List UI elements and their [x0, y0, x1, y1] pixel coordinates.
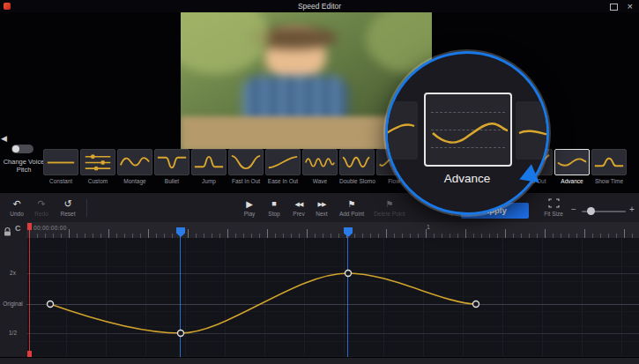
preset-label: Bullet — [154, 178, 189, 184]
add-point-button[interactable]: ⚑ Add Point — [335, 198, 368, 217]
keyframe-line — [180, 237, 181, 357]
toggle-knob — [12, 145, 19, 152]
playhead-bottom-handle[interactable] — [27, 351, 32, 357]
next-icon: ▶▶ — [310, 198, 333, 210]
toolbar: ↶ Undo ↷ Redo ↺ Reset ▶ Play ■ Stop ◀◀ P… — [0, 192, 639, 224]
preset-curve-icon — [154, 149, 189, 175]
preset-curve-icon — [591, 149, 627, 175]
preset-curve-icon — [339, 149, 375, 175]
keyframe-line — [347, 237, 348, 357]
prev-icon: ◀◀ — [287, 198, 310, 210]
playhead-handle[interactable] — [27, 223, 32, 230]
magnifier-circle: Advance — [385, 51, 549, 215]
titlebar: Speed Editor × — [0, 0, 639, 13]
preset-constant[interactable]: Constant — [43, 149, 78, 184]
zoom-out-icon[interactable]: − — [571, 204, 576, 214]
collapse-panel-icon[interactable]: ◀ — [1, 134, 7, 143]
gridline-2x — [26, 273, 639, 274]
gridline-half — [26, 333, 639, 334]
fit-size-button[interactable]: Fit Size — [539, 198, 568, 217]
stop-icon: ■ — [263, 198, 286, 210]
preset-show-time[interactable]: Show Time — [591, 149, 627, 184]
video-foliage — [181, 12, 269, 74]
preset-label: Jump — [191, 178, 227, 184]
preset-double-slomo[interactable]: Double Slomo — [339, 149, 375, 184]
lock-icon[interactable] — [3, 225, 12, 241]
preset-curve-icon — [554, 149, 590, 175]
next-frame-button[interactable]: ▶▶ Next — [310, 198, 333, 217]
window-title: Speed Editor — [0, 2, 639, 11]
zoom-in-icon[interactable]: + — [629, 204, 635, 214]
preset-ease-in-out[interactable]: Ease In Out — [265, 149, 301, 184]
horizontal-scrollbar[interactable] — [0, 357, 639, 364]
preset-label: Ease In Out — [265, 178, 301, 184]
toolbar-separator — [86, 199, 87, 217]
undo-button[interactable]: ↶ Undo — [5, 198, 28, 217]
speed-label-2x: 2x — [0, 270, 26, 276]
reset-button[interactable]: ↺ Reset — [55, 198, 81, 217]
delete-point-icon: ⚑ — [370, 198, 409, 210]
preset-label: Double Slomo — [339, 178, 375, 184]
speed-label-original: Original — [0, 301, 26, 307]
preset-bullet[interactable]: Bullet — [154, 149, 189, 184]
preset-curve-icon — [265, 149, 301, 175]
preset-label: Wave — [302, 178, 338, 184]
playhead-line — [29, 223, 30, 357]
voice-pitch-toggle[interactable] — [11, 145, 33, 153]
preset-advance[interactable]: Advance — [554, 149, 590, 184]
preset-curve-icon — [302, 149, 338, 175]
redo-button[interactable]: ↷ Redo — [30, 198, 53, 217]
stop-button[interactable]: ■ Stop — [263, 198, 286, 217]
preset-label: Constant — [43, 178, 78, 184]
speed-label-half: 1/2 — [0, 330, 26, 336]
speed-curve-editor[interactable] — [26, 238, 639, 357]
delete-point-button[interactable]: ⚑ Delete Point — [370, 198, 409, 217]
play-icon: ▶ — [238, 198, 261, 210]
timecode: 00:00:00:00 — [33, 225, 67, 231]
close-icon[interactable]: × — [628, 0, 633, 12]
prev-frame-button[interactable]: ◀◀ Prev — [287, 198, 310, 217]
add-point-icon: ⚑ — [335, 198, 368, 210]
preset-custom[interactable]: Custom — [80, 149, 115, 184]
preset-curve-icon — [228, 149, 264, 175]
preset-label: Show Time — [591, 178, 627, 184]
preset-fast-in-out[interactable]: Fast In Out — [228, 149, 264, 184]
preset-label: Montage — [117, 178, 152, 184]
preset-label: Fast In Out — [228, 178, 264, 184]
reset-icon: ↺ — [55, 198, 81, 210]
preset-curve-icon — [43, 149, 78, 175]
magnified-curve — [426, 94, 510, 165]
curve-mode-icon[interactable]: C — [15, 224, 21, 233]
preset-wave[interactable]: Wave — [302, 149, 338, 184]
preset-curve-icon — [80, 149, 115, 175]
preset-jump[interactable]: Jump — [191, 149, 227, 184]
editor-gutter: C 2x Original 1/2 — [0, 222, 27, 357]
ruler-ticks-major — [29, 229, 639, 238]
timeline-ruler[interactable]: 00:00:00:00 1 — [26, 222, 639, 239]
preset-label: Advance — [554, 178, 590, 184]
preset-montage[interactable]: Montage — [117, 149, 152, 184]
preset-label: Custom — [80, 178, 115, 184]
speed-editor-window: Speed Editor × ◀ Change Voice Pitch Cons… — [0, 0, 639, 364]
redo-icon: ↷ — [30, 198, 53, 210]
timeline-zoom-knob[interactable] — [587, 207, 595, 215]
maximize-icon[interactable] — [610, 4, 618, 11]
preset-curve-icon — [117, 149, 152, 175]
play-button[interactable]: ▶ Play — [238, 198, 261, 217]
ruler-frame-label: 1 — [427, 224, 430, 230]
neighbor-preset-fragment — [385, 101, 418, 160]
undo-icon: ↶ — [5, 198, 28, 210]
neighbor-preset-fragment — [516, 101, 549, 160]
preset-curve-icon — [191, 149, 227, 175]
magnified-advance-tile — [424, 93, 512, 167]
voice-pitch-label: Change Voice Pitch — [2, 158, 46, 174]
gridline-original — [26, 304, 639, 305]
fit-size-icon — [539, 198, 568, 210]
